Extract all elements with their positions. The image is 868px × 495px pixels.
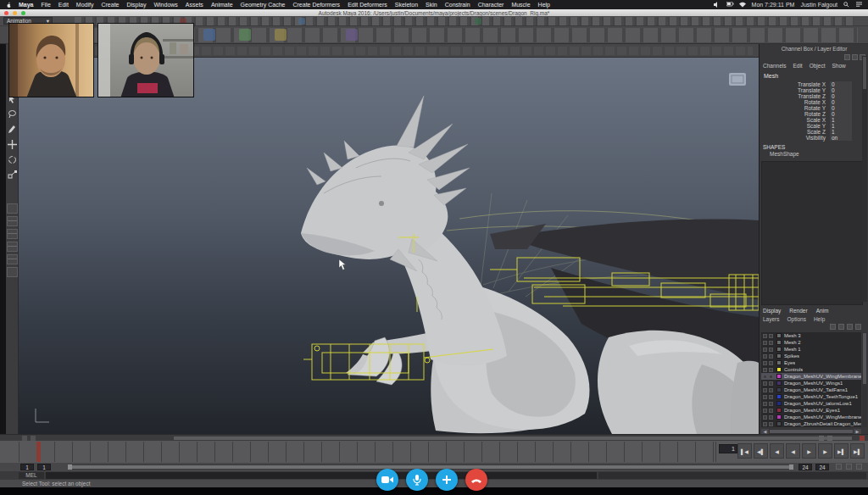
layer-color-swatch[interactable] bbox=[776, 360, 782, 365]
move-layer-down-icon[interactable] bbox=[838, 324, 844, 330]
anim-start-field[interactable]: 1 bbox=[20, 464, 34, 470]
time-slider-ticks[interactable] bbox=[19, 442, 716, 462]
layer-color-swatch[interactable] bbox=[776, 367, 782, 372]
playback-range-bar[interactable] bbox=[174, 437, 852, 440]
add-participant-button[interactable] bbox=[436, 469, 458, 491]
viewport-3d-canvas[interactable] bbox=[19, 58, 759, 434]
layer-row[interactable]: Dragon_MeshUV_WingMembrane1 bbox=[761, 373, 861, 380]
layer-playback-toggle[interactable] bbox=[769, 415, 773, 420]
new-layer-from-selected-icon[interactable] bbox=[855, 324, 861, 330]
channel-value[interactable]: 0 bbox=[830, 81, 852, 87]
spotlight-icon[interactable] bbox=[843, 2, 850, 8]
move-layer-up-icon[interactable] bbox=[830, 324, 836, 330]
transport-button[interactable]: ▌◀ bbox=[737, 443, 752, 459]
mac-menu-item[interactable]: Skin bbox=[426, 2, 437, 8]
animation-preferences-icon[interactable] bbox=[856, 464, 862, 470]
layer-row[interactable]: Spikes bbox=[761, 353, 861, 359]
channel-row[interactable]: Scale Y1 bbox=[760, 123, 865, 129]
channel-row[interactable]: Rotate Y0 bbox=[760, 105, 865, 111]
move-tool[interactable] bbox=[7, 139, 18, 150]
ipr-icon[interactable] bbox=[475, 18, 481, 25]
range-slider-bar[interactable] bbox=[69, 465, 793, 469]
layer-row[interactable]: Dragon_MeshUV_talonsLow1 bbox=[761, 400, 861, 407]
manipulator-icon[interactable] bbox=[844, 54, 850, 60]
shelf-plane-icon[interactable] bbox=[346, 29, 358, 41]
mac-menu-item[interactable]: Muscle bbox=[511, 2, 530, 8]
channel-value[interactable]: 1 bbox=[830, 117, 852, 123]
channel-value[interactable]: 1 bbox=[830, 129, 852, 135]
menu-user-name[interactable]: Justin Falgout bbox=[800, 2, 837, 8]
layout-four-pane-button[interactable] bbox=[7, 216, 18, 226]
layer-playback-toggle[interactable] bbox=[769, 368, 773, 372]
layer-row[interactable]: Controls bbox=[761, 366, 861, 373]
layer-color-swatch[interactable] bbox=[776, 421, 782, 426]
channel-row[interactable]: Scale X1 bbox=[760, 117, 865, 123]
layer-visibility-toggle[interactable] bbox=[763, 409, 767, 413]
layer-editor-menu[interactable]: Options bbox=[787, 316, 806, 322]
mac-menu-item[interactable]: Create Deformers bbox=[292, 2, 340, 8]
layer-visibility-toggle[interactable] bbox=[763, 341, 767, 345]
layout-single-pane-button[interactable] bbox=[7, 203, 18, 214]
time-slider[interactable]: 1 ▌◀◀▌◀◀▶▶▶▌▶▌ bbox=[0, 441, 868, 463]
layer-playback-toggle[interactable] bbox=[769, 341, 773, 345]
channel-value[interactable]: on bbox=[830, 135, 852, 141]
layer-row[interactable]: Dragon_MeshUV_TailFans1 bbox=[761, 387, 861, 393]
wifi-icon[interactable] bbox=[739, 2, 746, 8]
channel-row[interactable]: Rotate Z0 bbox=[760, 111, 865, 117]
layer-visibility-toggle[interactable] bbox=[763, 415, 767, 420]
layout-graph-editor-button[interactable] bbox=[7, 254, 18, 264]
layer-color-swatch[interactable] bbox=[776, 401, 782, 406]
layout-persp-outliner-button[interactable] bbox=[7, 229, 18, 239]
layer-playback-toggle[interactable] bbox=[769, 361, 773, 365]
mac-menu-item[interactable]: Display bbox=[127, 2, 147, 8]
layer-row[interactable]: Dragon_MeshUV_Eyes1 bbox=[761, 407, 861, 414]
layer-playback-toggle[interactable] bbox=[769, 388, 773, 392]
channel-box-menu[interactable]: Show bbox=[832, 63, 845, 69]
layer-editor-tab[interactable]: Anim bbox=[816, 308, 829, 314]
layer-playback-toggle[interactable] bbox=[769, 409, 773, 413]
playback-end-field[interactable]: 24 bbox=[798, 464, 812, 470]
shape-node-name[interactable]: MeshShape bbox=[770, 151, 799, 157]
shelf-cube-icon[interactable] bbox=[239, 29, 251, 41]
layer-playback-toggle[interactable] bbox=[769, 348, 773, 352]
channel-value[interactable]: 0 bbox=[830, 93, 852, 99]
channel-box-menu[interactable]: Channels bbox=[763, 63, 786, 69]
layer-editor-menu[interactable]: Layers bbox=[763, 316, 780, 322]
layer-color-swatch[interactable] bbox=[776, 394, 782, 399]
layout-custom-button[interactable] bbox=[7, 267, 18, 277]
mac-menu-item[interactable]: Skeleton bbox=[395, 2, 418, 8]
channel-row[interactable]: Visibilityon bbox=[760, 135, 865, 141]
layer-visibility-toggle[interactable] bbox=[763, 361, 767, 365]
layer-visibility-toggle[interactable] bbox=[763, 388, 767, 392]
channel-box-menu[interactable]: Object bbox=[810, 63, 826, 69]
shelf-sphere-icon[interactable] bbox=[203, 29, 215, 41]
layer-color-swatch[interactable] bbox=[776, 381, 782, 386]
layer-playback-toggle[interactable] bbox=[769, 354, 773, 359]
maya-window-titlebar[interactable]: Autodesk Maya 2016: /Users/justin/Docume… bbox=[0, 9, 868, 16]
transport-button[interactable]: ▶ bbox=[802, 443, 816, 459]
channel-value[interactable]: 0 bbox=[830, 105, 852, 111]
shelf-cylinder-icon[interactable] bbox=[275, 29, 287, 41]
anim-end-field[interactable]: 24 bbox=[815, 464, 829, 470]
mac-menu-item[interactable]: Animate bbox=[211, 2, 233, 8]
layer-row[interactable]: Dragon_ZbrushDetail:Dragon_MeshUV1 bbox=[761, 420, 861, 427]
menu-clock[interactable]: Mon 7:29:11 PM bbox=[752, 2, 795, 8]
channel-row[interactable]: Scale Z1 bbox=[760, 129, 865, 135]
transport-button[interactable]: ▶▌ bbox=[850, 443, 865, 459]
mac-menu-item[interactable]: File bbox=[42, 2, 51, 8]
channel-value[interactable]: 0 bbox=[830, 99, 852, 105]
layer-row[interactable]: Eyes bbox=[761, 359, 861, 366]
mac-menu-item[interactable]: Modify bbox=[76, 2, 94, 8]
webcam-window-local[interactable] bbox=[8, 23, 94, 97]
range-end-handle[interactable] bbox=[789, 464, 793, 470]
layer-visibility-toggle[interactable] bbox=[763, 375, 767, 379]
new-empty-layer-icon[interactable] bbox=[847, 324, 853, 330]
channel-row[interactable]: Translate X0 bbox=[760, 81, 865, 87]
range-start-handle[interactable] bbox=[68, 464, 72, 470]
layer-color-swatch[interactable] bbox=[776, 374, 782, 379]
transport-button[interactable]: ▶ bbox=[818, 443, 832, 459]
layer-editor-tab[interactable]: Display bbox=[763, 308, 781, 314]
layer-playback-toggle[interactable] bbox=[769, 422, 773, 426]
mac-menu-item[interactable]: Geometry Cache bbox=[241, 2, 286, 8]
layer-list-vertical-scrollbar[interactable] bbox=[862, 332, 867, 427]
